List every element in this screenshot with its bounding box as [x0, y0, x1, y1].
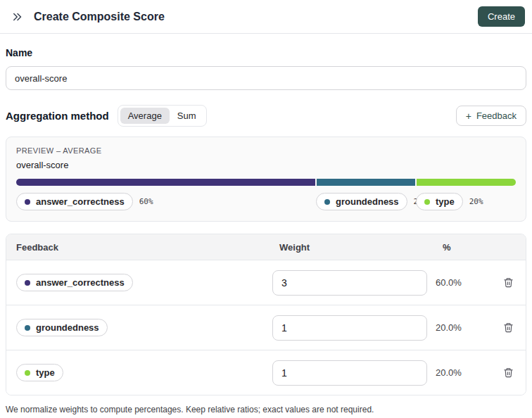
- name-input[interactable]: [6, 66, 526, 90]
- computed-percent: 60.0%: [427, 277, 490, 288]
- column-header-feedback: Feedback: [6, 242, 267, 253]
- feedback-name: answer_correctness: [36, 277, 125, 288]
- top-bar: Create Composite Score Create: [0, 0, 532, 34]
- table-header-row: Feedback Weight %: [6, 234, 526, 260]
- weight-input[interactable]: [272, 270, 427, 296]
- legend-chip: groundedness: [316, 193, 407, 210]
- bar-segment-type: [417, 179, 516, 186]
- double-chevron-right-icon[interactable]: [8, 8, 27, 26]
- legend-label: type: [436, 196, 455, 207]
- column-header-percent: %: [427, 242, 490, 253]
- weight-input[interactable]: [272, 360, 427, 386]
- trash-icon: [503, 367, 514, 378]
- legend-item: answer_correctness 60%: [16, 193, 153, 210]
- legend-chip: type: [416, 193, 463, 210]
- legend-color-dot-icon: [424, 199, 430, 205]
- delete-row-button[interactable]: [500, 365, 517, 381]
- legend-item: groundedness 20%: [316, 193, 427, 210]
- page-title: Create Composite Score: [34, 11, 165, 23]
- main-content: Name Aggregation method AverageSum + Fee…: [0, 47, 532, 414]
- legend-color-dot-icon: [25, 199, 30, 205]
- delete-row-button[interactable]: [500, 319, 517, 336]
- add-feedback-label: Feedback: [476, 110, 517, 121]
- aggregation-option-sum[interactable]: Sum: [170, 108, 204, 124]
- legend-percent: 60%: [139, 197, 153, 206]
- bar-segment-answer_correctness: [16, 179, 315, 186]
- add-feedback-button[interactable]: + Feedback: [456, 106, 526, 126]
- preview-panel: PREVIEW – AVERAGE overall-score answer_c…: [6, 137, 526, 222]
- aggregation-row: Aggregation method AverageSum + Feedback: [6, 105, 526, 127]
- column-header-weight: Weight: [267, 242, 427, 253]
- create-button[interactable]: Create: [478, 6, 525, 27]
- table-row: type 20.0%: [6, 350, 526, 395]
- weight-input[interactable]: [272, 315, 427, 341]
- feedback-weights-table: Feedback Weight % answer_correctness 60.…: [6, 234, 526, 395]
- aggregation-option-average[interactable]: Average: [120, 108, 170, 124]
- table-row: answer_correctness 60.0%: [6, 260, 526, 305]
- feedback-name: type: [36, 367, 55, 378]
- feedback-color-dot-icon: [25, 370, 30, 376]
- feedback-chip: groundedness: [16, 319, 108, 336]
- aggregation-method-label: Aggregation method: [6, 110, 109, 122]
- bar-segment-groundedness: [317, 179, 416, 186]
- legend-color-dot-icon: [324, 199, 330, 205]
- legend-label: answer_correctness: [36, 196, 125, 207]
- feedback-color-dot-icon: [25, 280, 30, 286]
- feedback-name: groundedness: [36, 322, 99, 333]
- stacked-bar-legend: answer_correctness 60% groundedness 20% …: [16, 193, 516, 211]
- delete-row-button[interactable]: [500, 274, 517, 291]
- table-row: groundedness 20.0%: [6, 305, 526, 350]
- plus-icon: +: [466, 111, 471, 121]
- aggregation-toggle: AverageSum: [118, 105, 207, 127]
- trash-icon: [503, 277, 514, 288]
- feedback-chip: answer_correctness: [16, 274, 133, 291]
- legend-label: groundedness: [336, 196, 399, 207]
- composite-score-stacked-bar: [16, 179, 516, 186]
- legend-item: type 20%: [416, 193, 483, 210]
- preview-eyebrow: PREVIEW – AVERAGE: [16, 146, 516, 155]
- normalization-note: We normalize weights to compute percenta…: [6, 405, 526, 414]
- feedback-color-dot-icon: [25, 325, 30, 331]
- legend-percent: 20%: [469, 197, 483, 206]
- legend-chip: answer_correctness: [16, 193, 133, 210]
- feedback-chip: type: [16, 364, 63, 381]
- preview-score-name: overall-score: [16, 160, 516, 170]
- computed-percent: 20.0%: [427, 322, 490, 333]
- name-label: Name: [6, 47, 526, 58]
- trash-icon: [503, 322, 514, 333]
- computed-percent: 20.0%: [427, 367, 490, 378]
